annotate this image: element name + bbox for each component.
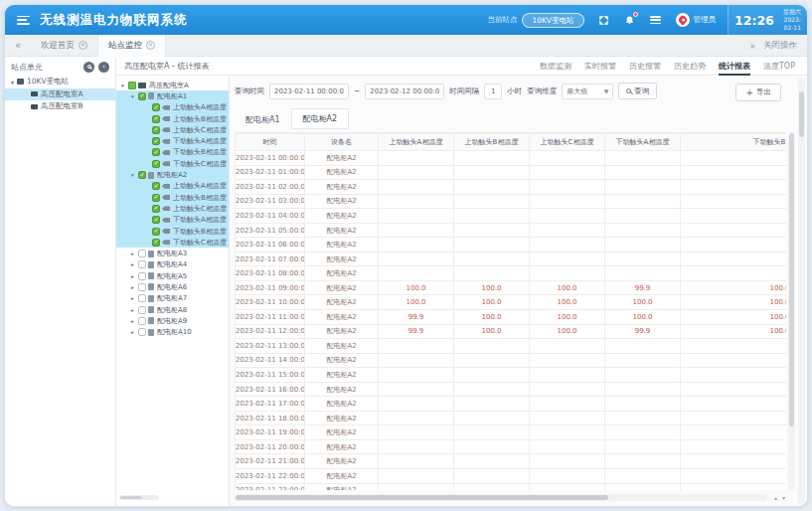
- end-time-input[interactable]: [365, 84, 444, 99]
- dimension-select[interactable]: 最大值 ▼: [562, 84, 613, 99]
- table-row[interactable]: 2023-02-11 23:00:00 配电柜A2: [236, 483, 787, 490]
- table-row[interactable]: 2023-02-11 16:00:00 配电柜A2: [236, 382, 787, 397]
- tabs-collapse-icon[interactable]: «: [5, 40, 31, 51]
- menu-icon[interactable]: [650, 14, 662, 26]
- sensor-tree-item[interactable]: 下动触头B相温度: [116, 147, 229, 158]
- sensor-tree-item[interactable]: 配电柜A6: [116, 281, 229, 292]
- checkbox[interactable]: [138, 328, 146, 336]
- workspace-tab[interactable]: 欢迎首页 ×: [31, 35, 98, 57]
- checkbox[interactable]: [152, 148, 160, 156]
- nav-tab[interactable]: 历史趋势: [674, 58, 706, 76]
- checkbox[interactable]: [152, 103, 160, 111]
- sensor-tree-item[interactable]: 高压配电室A: [116, 80, 229, 90]
- checkbox[interactable]: [152, 194, 160, 202]
- checkbox[interactable]: [138, 250, 146, 257]
- checkbox[interactable]: [152, 182, 160, 190]
- sensor-tree-item[interactable]: 上动触头A相温度: [116, 181, 229, 192]
- table-row[interactable]: 2023-02-11 00:00:00 配电柜A2: [236, 151, 787, 166]
- close-operations-button[interactable]: 关闭操作: [763, 40, 797, 52]
- search-icon[interactable]: [83, 62, 94, 73]
- sensor-tree-item[interactable]: 配电柜A2: [116, 169, 229, 180]
- checkbox[interactable]: [138, 272, 146, 280]
- expander-icon[interactable]: [131, 273, 138, 279]
- table-row[interactable]: 2023-02-11 20:00:00 配电柜A2: [236, 439, 787, 454]
- sensor-tree-item[interactable]: 下动触头B相温度: [116, 226, 229, 237]
- expander-icon[interactable]: [131, 318, 138, 324]
- nav-tab[interactable]: 实时报警: [584, 58, 616, 76]
- fullscreen-icon[interactable]: [598, 14, 610, 26]
- sensor-tree-item[interactable]: 下动触头C相温度: [116, 158, 229, 169]
- site-tree-root[interactable]: ▾ 10KV变电站: [5, 76, 115, 88]
- sensor-tree-item[interactable]: 配电柜A1: [116, 90, 229, 101]
- user-name[interactable]: 管理员: [694, 15, 717, 25]
- scroll-right-icon[interactable]: ▾: [782, 494, 785, 501]
- sensor-tree-item[interactable]: 配电柜A3: [116, 248, 229, 258]
- site-tree-item[interactable]: 高压配电室B: [5, 100, 115, 113]
- cabinet-tab[interactable]: 配电柜A1: [235, 110, 291, 129]
- table-row[interactable]: 2023-02-11 07:00:00 配电柜A2: [236, 252, 787, 266]
- cabinet-tab[interactable]: 配电柜A2: [291, 108, 350, 129]
- expander-icon[interactable]: [131, 329, 138, 335]
- nav-tab[interactable]: 统计报表: [719, 58, 750, 76]
- site-selector-pill[interactable]: 10KV变电站: [522, 13, 583, 28]
- sensor-tree-item[interactable]: 下动触头A相温度: [116, 215, 229, 226]
- table-row[interactable]: 2023-02-11 10:00:00 配电柜A2 100.0 100.0 10…: [236, 295, 787, 310]
- checkbox[interactable]: [138, 306, 146, 314]
- site-tree-item[interactable]: 高压配电室A: [5, 88, 115, 101]
- sensor-tree-item[interactable]: 上动触头B相温度: [116, 192, 229, 203]
- table-row[interactable]: 2023-02-11 09:00:00 配电柜A2 100.0 100.0 10…: [236, 280, 787, 295]
- table-row[interactable]: 2023-02-11 13:00:00 配电柜A2: [236, 339, 787, 354]
- checkbox[interactable]: [152, 205, 160, 213]
- checkbox[interactable]: [138, 260, 146, 268]
- scrollbar-thumb[interactable]: [120, 496, 142, 499]
- table-row[interactable]: 2023-02-11 02:00:00 配电柜A2: [236, 180, 787, 195]
- checkbox[interactable]: [138, 317, 146, 325]
- table-row[interactable]: 2023-02-11 12:00:00 配电柜A2 99.9 100.0 100…: [236, 324, 787, 339]
- sensor-tree-item[interactable]: 配电柜A7: [116, 293, 229, 304]
- expander-icon[interactable]: ▾: [11, 79, 14, 85]
- table-row[interactable]: 2023-02-11 22:00:00 配电柜A2: [236, 469, 787, 484]
- table-row[interactable]: 2023-02-11 17:00:00 配电柜A2: [236, 397, 787, 412]
- table-row[interactable]: 2023-02-11 04:00:00 配电柜A2: [236, 209, 787, 224]
- table-row[interactable]: 2023-02-11 05:00:00 配电柜A2: [236, 223, 787, 238]
- checkbox[interactable]: [152, 239, 160, 247]
- checkbox[interactable]: [152, 126, 160, 134]
- tabs-expand-icon[interactable]: »: [750, 41, 755, 51]
- sensor-tree-item[interactable]: 配电柜A8: [116, 304, 229, 315]
- notification-bell-icon[interactable]: [624, 14, 636, 26]
- checkbox[interactable]: [138, 92, 146, 100]
- hamburger-menu-icon[interactable]: [17, 16, 30, 25]
- scroll-left-icon[interactable]: ▴: [774, 494, 777, 501]
- collapse-panel-icon[interactable]: ‹: [98, 62, 109, 73]
- expander-icon[interactable]: [131, 261, 138, 267]
- table-row[interactable]: 2023-02-11 15:00:00 配电柜A2: [236, 368, 787, 383]
- sensor-tree-item[interactable]: 上动触头B相温度: [116, 113, 229, 124]
- table-row[interactable]: 2023-02-11 08:00:00 配电柜A2: [236, 266, 787, 281]
- expander-icon[interactable]: [131, 251, 138, 256]
- table-row[interactable]: 2023-02-11 21:00:00 配电柜A2: [236, 454, 787, 469]
- sensor-tree-item[interactable]: 下动触头A相温度: [116, 135, 229, 146]
- checkbox[interactable]: [138, 294, 146, 302]
- sensor-tree-item[interactable]: 上动触头C相温度: [116, 203, 229, 214]
- expander-icon[interactable]: [131, 295, 138, 301]
- scrollbar-thumb[interactable]: [789, 133, 794, 426]
- expander-icon[interactable]: [131, 172, 138, 178]
- sensor-tree-item[interactable]: 配电柜A4: [116, 259, 229, 270]
- export-button[interactable]: + 导出: [735, 84, 781, 101]
- sensor-tree-item[interactable]: 上动触头A相温度: [116, 102, 229, 113]
- checkbox[interactable]: [152, 160, 160, 168]
- nav-tab[interactable]: 历史报警: [629, 58, 661, 76]
- avatar[interactable]: [676, 13, 690, 27]
- tab-close-icon[interactable]: ×: [146, 41, 155, 50]
- expander-icon[interactable]: [121, 83, 128, 88]
- tab-close-icon[interactable]: ×: [79, 41, 87, 50]
- table-row[interactable]: 2023-02-11 01:00:00 配电柜A2: [236, 165, 787, 180]
- sensor-tree-item[interactable]: 配电柜A10: [116, 327, 229, 338]
- workspace-tab[interactable]: 站点监控 ×: [98, 35, 166, 57]
- checkbox[interactable]: [138, 171, 146, 179]
- checkbox[interactable]: [152, 216, 160, 224]
- search-button[interactable]: 查询: [618, 83, 657, 99]
- interval-input[interactable]: [484, 84, 502, 99]
- expander-icon[interactable]: [131, 284, 138, 290]
- checkbox[interactable]: [152, 137, 160, 145]
